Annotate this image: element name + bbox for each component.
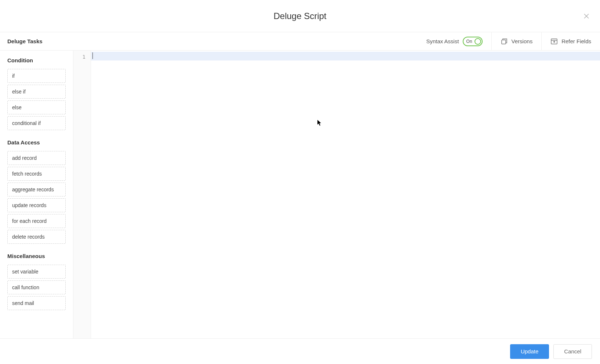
toggle-thumb xyxy=(474,38,481,45)
text-cursor xyxy=(92,52,93,59)
task-item-else-if[interactable]: else if xyxy=(7,85,66,99)
task-item-send-mail[interactable]: send mail xyxy=(7,296,66,310)
active-line-highlight xyxy=(91,52,600,60)
main-area: Conditionifelse ifelseconditional ifData… xyxy=(0,51,600,338)
versions-label: Versions xyxy=(512,38,533,44)
task-item-if[interactable]: if xyxy=(7,69,66,83)
code-area[interactable] xyxy=(91,51,600,338)
code-editor[interactable]: 1 xyxy=(73,51,600,338)
task-item-conditional-if[interactable]: conditional if xyxy=(7,116,66,130)
task-item-else[interactable]: else xyxy=(7,100,66,114)
line-gutter: 1 xyxy=(73,51,91,338)
task-item-set-variable[interactable]: set variable xyxy=(7,265,66,279)
refer-fields-button[interactable]: Refer Fields xyxy=(541,32,600,50)
deluge-tasks-label: Deluge Tasks xyxy=(0,38,43,44)
update-button[interactable]: Update xyxy=(510,344,549,359)
task-item-update-records[interactable]: update records xyxy=(7,198,66,212)
toolbar: Deluge Tasks Syntax Assist On Versions R… xyxy=(0,32,600,51)
refer-fields-icon xyxy=(550,38,558,45)
syntax-assist-section: Syntax Assist On xyxy=(426,32,491,50)
line-number: 1 xyxy=(73,53,91,61)
category-condition: Condition xyxy=(0,51,73,67)
refer-fields-label: Refer Fields xyxy=(561,38,591,44)
page-title: Deluge Script xyxy=(273,11,326,21)
footer: Update Cancel xyxy=(0,338,600,364)
versions-button[interactable]: Versions xyxy=(491,32,542,50)
toggle-state-label: On xyxy=(466,39,472,44)
task-item-for-each-record[interactable]: for each record xyxy=(7,214,66,228)
svg-rect-2 xyxy=(502,40,506,44)
syntax-assist-toggle[interactable]: On xyxy=(463,37,483,46)
close-icon xyxy=(583,13,589,19)
task-item-aggregate-records[interactable]: aggregate records xyxy=(7,183,66,196)
task-item-call-function[interactable]: call function xyxy=(7,280,66,294)
category-data-access: Data Access xyxy=(0,132,73,149)
category-miscellaneous: Miscellaneous xyxy=(0,246,73,263)
sidebar[interactable]: Conditionifelse ifelseconditional ifData… xyxy=(0,51,73,338)
syntax-assist-label: Syntax Assist xyxy=(426,38,459,44)
cancel-button[interactable]: Cancel xyxy=(553,344,592,359)
task-item-delete-records[interactable]: delete records xyxy=(7,230,66,244)
close-button[interactable] xyxy=(583,13,590,19)
header: Deluge Script xyxy=(0,0,600,32)
task-item-fetch-records[interactable]: fetch records xyxy=(7,167,66,181)
versions-icon xyxy=(501,38,508,45)
task-item-add-record[interactable]: add record xyxy=(7,151,66,165)
